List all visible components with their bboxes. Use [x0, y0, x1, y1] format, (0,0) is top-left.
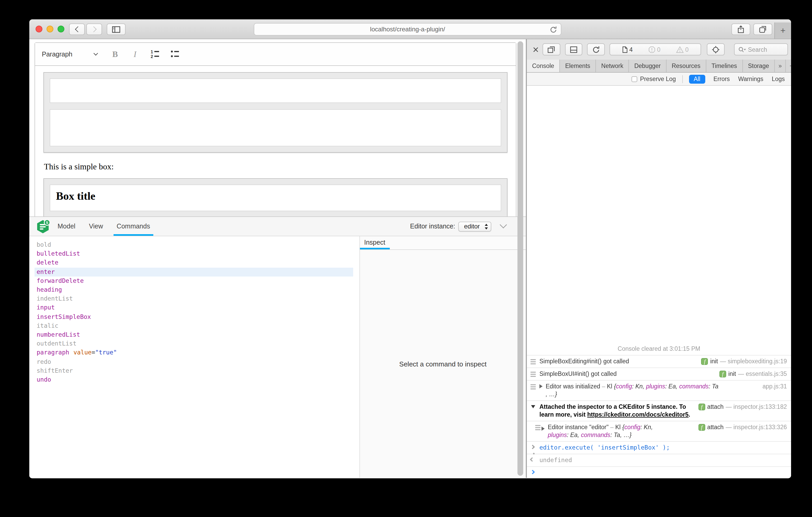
filter-errors[interactable]: Errors — [714, 76, 730, 82]
command-item[interactable]: bulletedList — [34, 249, 353, 258]
command-item[interactable]: heading — [34, 285, 353, 294]
preserve-log-checkbox[interactable] — [632, 76, 638, 82]
traffic-light-minimize[interactable] — [47, 26, 53, 32]
command-item[interactable]: undo — [34, 375, 353, 384]
console-log-row[interactable]: SimpleBoxEditing#init() got called f ini… — [527, 355, 791, 367]
simple-box-description-field[interactable] — [50, 109, 501, 146]
back-button[interactable] — [69, 24, 85, 35]
new-tab-button[interactable]: + — [774, 23, 791, 39]
italic-button[interactable]: I — [126, 46, 143, 62]
document-icon — [622, 46, 628, 53]
inspector-header: 5 Model View Commands Editor instance: e… — [29, 217, 526, 236]
share-button[interactable] — [731, 24, 750, 35]
inspect-tab[interactable]: Inspect — [364, 239, 385, 246]
share-icon — [737, 25, 745, 33]
inspector-tab-view[interactable]: View — [89, 217, 103, 236]
reload-page-icon[interactable] — [550, 26, 557, 33]
tab-elements[interactable]: Elements — [560, 60, 596, 72]
tab-network[interactable]: Network — [596, 60, 629, 72]
tab-resources[interactable]: Resources — [667, 60, 706, 72]
log-source[interactable]: f attach — inspector.js:133:182 — [694, 403, 787, 411]
command-item[interactable]: outdentList — [34, 339, 353, 348]
filter-warnings[interactable]: Warnings — [738, 76, 763, 82]
source-link[interactable]: inspector.js:133:326 — [733, 423, 787, 431]
collapse-inspector-chevron-icon[interactable] — [500, 221, 507, 229]
source-link[interactable]: inspector.js:133:182 — [733, 403, 787, 411]
command-item[interactable]: paragraphvalue="true" — [34, 348, 353, 357]
console-log-row[interactable]: Editor was initialized – Kl {config: Kn,… — [527, 380, 791, 400]
bulleted-list-button[interactable] — [166, 46, 183, 62]
tab-debugger[interactable]: Debugger — [629, 60, 667, 72]
editor-toolbar: Paragraph B I 1 2 — [35, 43, 516, 66]
page-scrollbar[interactable] — [517, 41, 523, 476]
tab-storage[interactable]: Storage — [743, 60, 775, 72]
web-inspector: 4 0 0 — [527, 39, 791, 478]
command-item[interactable]: forwardDelete — [34, 277, 353, 285]
command-item[interactable]: input — [34, 303, 353, 312]
log-source[interactable]: f attach — inspector.js:133:326 — [694, 423, 787, 431]
filter-divider — [682, 75, 683, 83]
source-link[interactable]: app.js:31 — [762, 383, 787, 391]
traffic-light-zoom[interactable] — [58, 26, 64, 32]
sidebar-button[interactable] — [107, 24, 125, 35]
command-item[interactable]: bold — [34, 240, 353, 249]
log-source[interactable]: f init — simpleboxediting.js:19 — [697, 358, 787, 365]
detach-devtools-button[interactable] — [543, 43, 560, 55]
tab-overview-button[interactable] — [753, 24, 772, 35]
console-result-row[interactable]: undefined — [527, 454, 791, 466]
filter-logs[interactable]: Logs — [772, 76, 785, 82]
element-picker-button[interactable] — [707, 43, 725, 55]
screen: localhost/creating-a-plugin/ — [0, 0, 812, 517]
tab-console[interactable]: Console — [527, 60, 560, 72]
simple-box-title-field-2[interactable]: Box title — [50, 185, 501, 211]
address-bar[interactable]: localhost/creating-a-plugin/ — [254, 23, 561, 35]
editor-instance-select[interactable]: editor — [458, 221, 491, 231]
command-item[interactable]: numberedList — [34, 330, 353, 339]
simple-box-widget-2[interactable]: Box title — [44, 178, 508, 218]
tab-timelines[interactable]: Timelines — [706, 60, 743, 72]
console-prompt[interactable] — [527, 466, 791, 478]
filter-all[interactable]: All — [689, 74, 705, 83]
command-item[interactable]: italic — [34, 322, 353, 330]
console-input-echo-row[interactable]: editor.execute( 'insertSimpleBox' ); — [527, 441, 791, 454]
console-content[interactable]: Console cleared at 3:01:15 PM SimpleBoxE… — [527, 86, 791, 478]
command-item[interactable]: shiftEnter — [34, 366, 353, 375]
add-tab-button[interactable]: + — [786, 60, 791, 72]
console-log-row-nested[interactable]: Editor instance "editor" – Kl {config: K… — [527, 421, 791, 441]
simple-box-widget[interactable] — [44, 72, 508, 153]
source-link[interactable]: simpleboxediting.js:19 — [728, 358, 787, 365]
search-placeholder: Search — [748, 46, 767, 53]
simple-box-title-field[interactable] — [50, 79, 501, 103]
close-devtools-icon[interactable] — [532, 46, 540, 53]
console-log-row[interactable]: SimpleBoxUI#init() got called f init — e… — [527, 367, 791, 380]
reload-button[interactable] — [587, 43, 605, 55]
forward-icon — [90, 26, 96, 32]
disclosure-triangle-icon[interactable] — [540, 384, 543, 388]
traffic-light-close[interactable] — [36, 26, 42, 32]
console-log-row-expanded[interactable]: Attached the inspector to a CKEditor 5 i… — [527, 400, 791, 421]
more-tabs-button[interactable]: » — [775, 60, 786, 72]
numbered-list-button[interactable]: 1 2 — [146, 46, 163, 62]
command-item-selected[interactable]: enter — [34, 267, 353, 276]
ckeditor-docs-link[interactable]: https://ckeditor.com/docs/ckeditor5 — [587, 412, 689, 418]
log-lines-icon — [535, 425, 541, 430]
command-item[interactable]: insertSimpleBox — [34, 312, 353, 321]
browser-toolbar: localhost/creating-a-plugin/ — [29, 19, 791, 39]
editor-content[interactable]: This is a simple box: Box title — [35, 66, 516, 218]
devtools-search-field[interactable]: Search — [734, 43, 788, 55]
command-item[interactable]: indentList — [34, 294, 353, 303]
paragraph-text[interactable]: This is a simple box: — [44, 162, 508, 172]
bold-button[interactable]: B — [107, 46, 123, 62]
log-source[interactable]: f init — essentials.js:35 — [715, 370, 787, 378]
inspector-tab-model[interactable]: Model — [58, 217, 75, 236]
disclosure-triangle-icon[interactable] — [542, 427, 545, 431]
dock-bottom-button[interactable] — [565, 43, 583, 55]
disclosure-triangle-open-icon[interactable] — [531, 405, 535, 408]
heading-dropdown[interactable]: Paragraph — [35, 43, 104, 65]
forward-button[interactable] — [86, 24, 102, 35]
activity-summary[interactable]: 4 0 0 — [610, 43, 701, 55]
command-item[interactable]: redo — [34, 357, 353, 366]
source-link[interactable]: essentials.js:35 — [746, 370, 787, 378]
command-item[interactable]: delete — [34, 258, 353, 267]
inspector-tab-commands[interactable]: Commands — [117, 217, 150, 236]
